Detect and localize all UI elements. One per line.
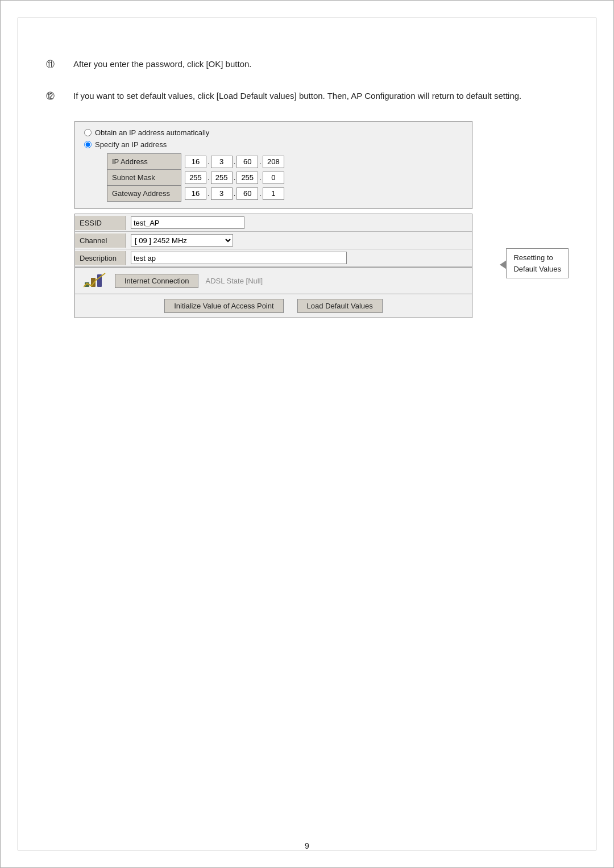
subnet-dot-3: .: [258, 173, 263, 182]
tooltip-arrow: [500, 260, 507, 269]
radio-obtain-auto-input[interactable]: [84, 129, 92, 136]
instruction-number-12: ⑫: [46, 89, 73, 103]
gateway-dot-1: .: [206, 189, 211, 198]
ip-address-row: IP Address . . .: [107, 154, 346, 170]
bottom-top-row: Internet Connection ADSL State [Null]: [75, 267, 472, 294]
ip-dialog: Obtain an IP address automatically Speci…: [74, 121, 472, 209]
subnet-mask-fields: . . .: [181, 170, 346, 186]
load-default-button[interactable]: Load Default Values: [297, 299, 383, 313]
essid-row: ESSID: [75, 214, 472, 232]
internet-connection-button[interactable]: Internet Connection: [115, 274, 198, 288]
gateway-address-fields: . . .: [181, 186, 346, 202]
subnet-mask-row: Subnet Mask . . .: [107, 170, 346, 186]
ip-seg-1[interactable]: [185, 156, 206, 168]
instruction-text-11: After you enter the password, click [OK]…: [73, 57, 568, 71]
essid-input[interactable]: [131, 216, 244, 229]
gateway-address-label: Gateway Address: [107, 186, 181, 202]
channel-row: Channel [ 09 ] 2452 MHz Resetting to Def…: [75, 232, 472, 249]
radio-specify-ip-input[interactable]: [84, 141, 92, 148]
page-number: 9: [305, 841, 309, 850]
subnet-seg-2[interactable]: [211, 172, 233, 184]
instruction-11: ⑪ After you enter the password, click [O…: [46, 57, 568, 71]
radio-obtain-auto-label: Obtain an IP address automatically: [95, 128, 209, 137]
subnet-seg-1[interactable]: [185, 172, 206, 184]
network-icon-area: [78, 270, 113, 291]
ip-table: IP Address . . .: [107, 153, 346, 202]
subnet-dot-1: .: [206, 173, 211, 182]
subnet-seg-3[interactable]: [237, 172, 258, 184]
channel-value: [ 09 ] 2452 MHz: [126, 232, 472, 249]
page-container: ⑪ After you enter the password, click [O…: [0, 0, 614, 868]
ip-address-label: IP Address: [107, 154, 181, 170]
radio-obtain-auto[interactable]: Obtain an IP address automatically: [84, 128, 463, 137]
tooltip-line1: Resetting to: [513, 253, 553, 262]
ip-seg-2[interactable]: [211, 156, 233, 168]
ip-seg-4[interactable]: [263, 156, 284, 168]
bottom-bottom-row: Initialize Value of Access Point Load De…: [75, 294, 472, 318]
essid-label: ESSID: [75, 216, 126, 230]
channel-label: Channel: [75, 233, 126, 248]
radio-specify-ip-label: Specify an IP address: [95, 140, 167, 149]
initialize-button[interactable]: Initialize Value of Access Point: [164, 299, 283, 313]
config-area: ESSID Channel [ 09 ] 2452 MHz Resetting …: [74, 214, 472, 318]
description-value: [126, 249, 472, 266]
essid-value: [126, 214, 472, 231]
ip-address-fields: . . .: [181, 154, 346, 170]
gateway-dot-2: .: [233, 189, 237, 198]
gateway-seg-1[interactable]: [185, 187, 206, 200]
radio-specify-ip[interactable]: Specify an IP address: [84, 140, 463, 149]
subnet-seg-4[interactable]: [263, 172, 284, 184]
tooltip-box: Resetting to Default Values: [506, 248, 569, 278]
channel-select[interactable]: [ 09 ] 2452 MHz: [131, 234, 233, 247]
description-row: Description: [75, 249, 472, 267]
description-label: Description: [75, 251, 126, 265]
ip-dot-3: .: [258, 157, 263, 166]
description-input[interactable]: [131, 252, 347, 264]
ip-dot-2: .: [233, 157, 237, 166]
gateway-seg-2[interactable]: [211, 187, 233, 200]
network-icon: [84, 272, 107, 289]
instruction-text-12: If you want to set default values, click…: [73, 89, 568, 103]
gateway-address-row: Gateway Address . . .: [107, 186, 346, 202]
adsl-state-label: ADSL State [Null]: [201, 274, 267, 287]
tooltip-line2: Default Values: [513, 265, 561, 273]
gateway-dot-3: .: [258, 189, 263, 198]
subnet-dot-2: .: [233, 173, 237, 182]
subnet-mask-label: Subnet Mask: [107, 170, 181, 186]
gateway-seg-4[interactable]: [263, 187, 284, 200]
instruction-number-11: ⑪: [46, 57, 73, 71]
ip-seg-3[interactable]: [237, 156, 258, 168]
ip-dot-1: .: [206, 157, 211, 166]
gateway-seg-3[interactable]: [237, 187, 258, 200]
instruction-12: ⑫ If you want to set default values, cli…: [46, 89, 568, 103]
